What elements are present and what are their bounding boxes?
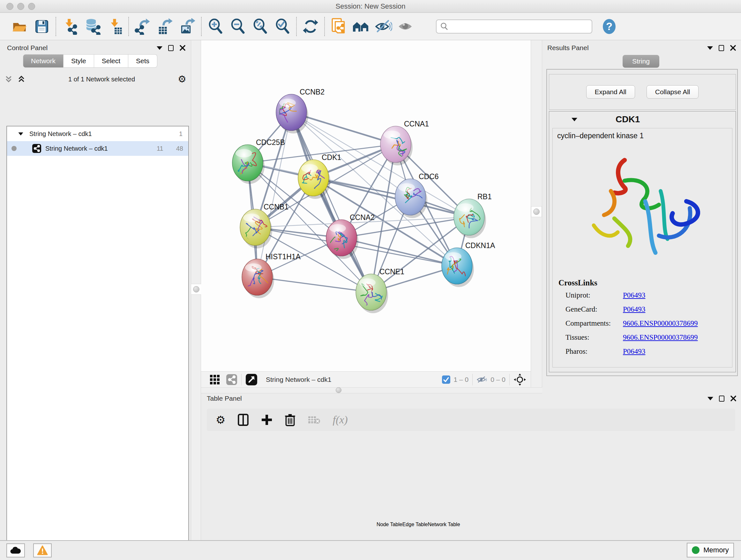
birdseye-crosshair-icon[interactable]: [514, 373, 526, 386]
panel-float-icon[interactable]: [168, 45, 174, 51]
global-search[interactable]: [436, 19, 592, 34]
warnings-button[interactable]: [33, 543, 52, 557]
edge-ccna2-cdkn1a[interactable]: [341, 238, 457, 266]
panel-close-icon[interactable]: [730, 395, 737, 401]
node-cdk1[interactable]: CDK1: [298, 153, 341, 199]
detach-view-icon[interactable]: [246, 374, 258, 386]
share-view-icon[interactable]: [226, 374, 238, 385]
network-graph[interactable]: CCNB2CCNA1CDC25BCDK1CDC6RB1CCNB1CCNA2CDK…: [201, 40, 531, 371]
node-ccnb2[interactable]: CCNB2: [274, 88, 325, 133]
grid-view-icon[interactable]: [209, 374, 220, 385]
node-label-ccna1: CCNA1: [404, 120, 429, 128]
panel-menu-icon[interactable]: [157, 46, 162, 50]
results-tab-string[interactable]: String: [623, 55, 659, 68]
memory-button[interactable]: Memory: [687, 543, 734, 557]
left-splitter[interactable]: [191, 40, 201, 540]
node-gloss: [329, 224, 346, 233]
crosslink-label: GeneCard:: [565, 305, 623, 314]
show-all-button[interactable]: [394, 16, 417, 37]
tab-style[interactable]: Style: [64, 54, 94, 68]
zoom-selected-button[interactable]: [271, 16, 293, 37]
save-session-button[interactable]: [30, 16, 53, 37]
network-current-dot: [11, 146, 17, 151]
add-column-plus-icon[interactable]: [261, 414, 273, 426]
open-session-button[interactable]: [8, 16, 30, 37]
help-button[interactable]: ?: [598, 16, 620, 37]
tab-network[interactable]: Network: [23, 54, 64, 68]
collapse-all-icon[interactable]: [4, 75, 13, 83]
crosslink-value-link[interactable]: P06493: [623, 305, 645, 314]
edge-ccnb2-ccne1[interactable]: [291, 112, 371, 292]
window-zoom-button[interactable]: [28, 3, 35, 10]
right-splitter-handle[interactable]: [531, 206, 542, 217]
first-neighbors-button[interactable]: [350, 16, 372, 37]
import-network-button[interactable]: [59, 16, 81, 37]
node-rb1[interactable]: RB1: [454, 192, 492, 238]
table-settings-gear-icon[interactable]: ⚙: [216, 415, 225, 425]
collection-expand-icon[interactable]: [18, 132, 23, 135]
network-collection-row[interactable]: String Network – cdk1 1: [7, 126, 188, 141]
crosslink-value-link[interactable]: P06493: [623, 348, 645, 356]
toolbar-separator: [128, 17, 129, 36]
zoom-in-button[interactable]: [204, 16, 226, 37]
panel-float-icon[interactable]: [719, 45, 724, 51]
node-label-ccna2: CCNA2: [350, 213, 375, 222]
export-network-button[interactable]: [131, 16, 154, 37]
collapse-all-button[interactable]: Collapse All: [647, 85, 699, 99]
crosslink-value-link[interactable]: 9606.ENSP00000378699: [623, 333, 698, 341]
clone-network-button[interactable]: [327, 16, 350, 37]
tab-select[interactable]: Select: [94, 54, 128, 68]
table-tab-node-table[interactable]: Node Table: [377, 522, 402, 527]
panel-menu-icon[interactable]: [708, 397, 713, 400]
tab-sets[interactable]: Sets: [128, 54, 157, 68]
import-network-from-database-button[interactable]: [81, 16, 104, 37]
node-gloss: [359, 278, 376, 287]
zoom-fit-button[interactable]: [249, 16, 271, 37]
delete-trash-icon[interactable]: [285, 414, 295, 426]
table-tab-network-table[interactable]: Network Table: [428, 522, 460, 527]
hide-selected-button[interactable]: [372, 16, 394, 37]
gear-icon[interactable]: ⚙: [178, 74, 186, 84]
expand-all-button[interactable]: Expand All: [586, 85, 635, 99]
node-cdkn1a[interactable]: CDKN1A: [442, 241, 495, 287]
window-minimize-button[interactable]: [17, 3, 24, 10]
node-gloss: [384, 131, 400, 139]
gene-collapse-icon[interactable]: [571, 118, 577, 121]
import-table-button[interactable]: [104, 16, 126, 37]
toolbar-separator: [296, 17, 297, 36]
show-columns-icon[interactable]: [238, 414, 249, 426]
node-hist1h1a[interactable]: HIST1H1A: [241, 253, 300, 298]
network-row-selected[interactable]: String Network – cdk1 11 48: [7, 141, 188, 156]
export-image-button[interactable]: [176, 16, 199, 37]
export-network-icon: [134, 18, 151, 35]
node-cdc25b[interactable]: CDC25B: [232, 138, 285, 184]
window-close-button[interactable]: [6, 3, 13, 10]
zoom-fit-icon: [252, 18, 269, 35]
bottom-splitter-handle[interactable]: [336, 387, 341, 393]
right-splitter[interactable]: [531, 40, 542, 393]
zoom-out-icon: [229, 18, 246, 35]
apply-style-refresh-button[interactable]: [299, 16, 322, 37]
cloud-status-button[interactable]: [6, 543, 25, 557]
panel-close-icon[interactable]: [730, 45, 736, 51]
expand-all-icon[interactable]: [17, 75, 25, 83]
crosslinks-title: CrossLinks: [558, 278, 597, 287]
edge-hist1h1a-ccne1[interactable]: [257, 277, 371, 292]
left-splitter-handle[interactable]: [191, 284, 202, 295]
function-builder-fx[interactable]: f(x): [333, 414, 347, 426]
network-canvas[interactable]: CCNB2CCNA1CDC25BCDK1CDC6RB1CCNB1CCNA2CDK…: [201, 40, 531, 371]
selected-checkbox-icon[interactable]: [442, 375, 451, 384]
panel-close-icon[interactable]: [179, 45, 186, 51]
status-bar: Memory: [0, 540, 741, 560]
gene-section-header[interactable]: CDK1: [549, 111, 736, 127]
zoom-out-button[interactable]: [226, 16, 249, 37]
export-table-button[interactable]: [154, 16, 176, 37]
node-ccna1[interactable]: CCNA1: [381, 120, 429, 165]
panel-float-icon[interactable]: [719, 395, 724, 401]
crosslink-value-link[interactable]: P06493: [623, 291, 645, 300]
hidden-eye-icon[interactable]: [476, 375, 487, 384]
panel-menu-icon[interactable]: [707, 46, 713, 50]
table-tab-edge-table[interactable]: Edge Table: [402, 522, 428, 527]
search-input[interactable]: [449, 23, 586, 30]
crosslink-value-link[interactable]: 9606.ENSP00000378699: [623, 319, 698, 327]
